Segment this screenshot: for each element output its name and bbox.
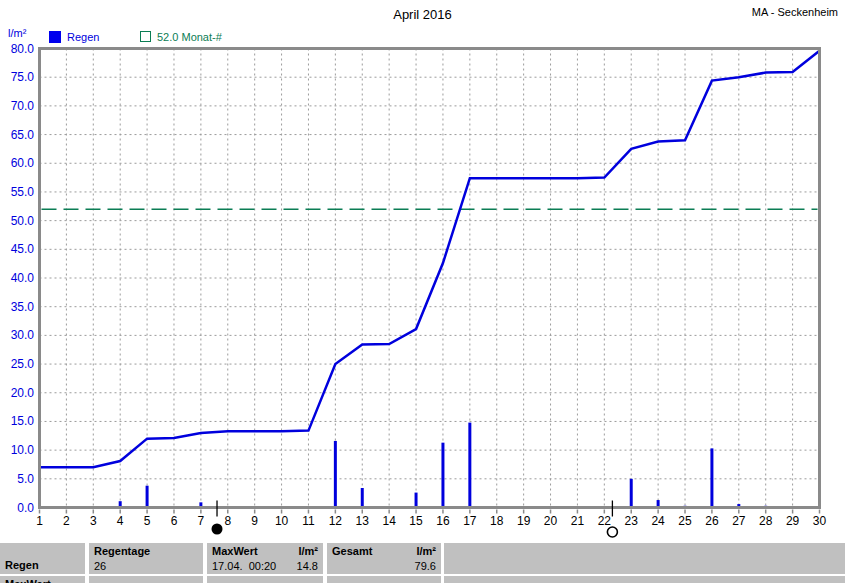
svg-text:27: 27 (732, 514, 746, 528)
regentage-header: Regentage (94, 545, 198, 557)
next-row-cell (207, 576, 323, 583)
maxwert-cell: l/m² MaxWert 14.8 17.04. 00:20 (207, 543, 323, 574)
svg-text:25.0: 25.0 (11, 357, 35, 371)
svg-text:6: 6 (171, 514, 178, 528)
cumulative-rain-line (40, 51, 820, 508)
empty-cell (444, 543, 845, 574)
axis-day-ticks (40, 510, 820, 514)
svg-text:40.0: 40.0 (11, 271, 35, 285)
svg-text:70.0: 70.0 (11, 99, 35, 113)
svg-text:35.0: 35.0 (11, 300, 35, 314)
daily-rain-bars (120, 423, 819, 507)
svg-text:30.0: 30.0 (11, 328, 35, 342)
x-axis-labels: 1234567891011121314151617181920212223242… (36, 514, 826, 528)
next-row-cell (327, 576, 441, 583)
svg-text:20.0: 20.0 (11, 386, 35, 400)
svg-text:13: 13 (356, 514, 370, 528)
y-axis-labels: 0.05.010.015.020.025.030.035.040.045.050… (11, 42, 35, 515)
maxwert-value: 14.8 (297, 560, 318, 572)
gesamt-unit: l/m² (416, 545, 436, 557)
svg-text:22: 22 (598, 514, 612, 528)
full-moon-icon (607, 527, 617, 537)
svg-text:5: 5 (144, 514, 151, 528)
svg-text:21: 21 (571, 514, 585, 528)
svg-text:50.0: 50.0 (11, 214, 35, 228)
svg-text:55.0: 55.0 (11, 185, 35, 199)
regentage-cell: Regentage 26 (89, 543, 203, 574)
svg-text:4: 4 (117, 514, 124, 528)
svg-text:5.0: 5.0 (17, 472, 34, 486)
maxwert-header: MaxWert (212, 545, 258, 557)
svg-text:65.0: 65.0 (11, 128, 35, 142)
svg-text:80.0: 80.0 (11, 42, 35, 56)
next-row-cell (444, 576, 845, 583)
svg-text:18: 18 (490, 514, 504, 528)
sensor-name-cell: Regen (0, 543, 85, 574)
svg-text:19: 19 (517, 514, 531, 528)
svg-text:16: 16 (436, 514, 450, 528)
svg-text:25: 25 (678, 514, 692, 528)
gesamt-cell: l/m² Gesamt 79.6 (327, 543, 441, 574)
svg-text:26: 26 (705, 514, 719, 528)
svg-text:7: 7 (198, 514, 205, 528)
svg-text:23: 23 (625, 514, 639, 528)
regentage-value: 26 (94, 560, 198, 572)
svg-text:10: 10 (275, 514, 289, 528)
next-row-label-cell: MaxWert (0, 576, 85, 583)
svg-text:15.0: 15.0 (11, 414, 35, 428)
svg-text:11: 11 (302, 514, 315, 528)
svg-text:12: 12 (329, 514, 343, 528)
summary-table-next-row: MaxWert (0, 576, 845, 583)
new-moon-icon (212, 524, 223, 535)
svg-text:17: 17 (463, 514, 477, 528)
rain-cumulative-chart: 0.05.010.015.020.025.030.035.040.045.050… (0, 0, 845, 543)
gesamt-value: 79.6 (415, 560, 436, 572)
next-row-label: MaxWert (5, 578, 51, 583)
svg-text:29: 29 (786, 514, 800, 528)
next-row-cell (89, 576, 203, 583)
svg-text:0.0: 0.0 (17, 501, 34, 515)
svg-text:60.0: 60.0 (11, 156, 35, 170)
svg-text:30: 30 (813, 514, 827, 528)
svg-text:1: 1 (36, 514, 43, 528)
svg-text:24: 24 (651, 514, 665, 528)
summary-table: Regen Regentage 26 l/m² MaxWert 14.8 17.… (0, 543, 845, 574)
svg-text:20: 20 (544, 514, 558, 528)
svg-text:9: 9 (251, 514, 258, 528)
maxwert-datetime: 17.04. 00:20 (212, 560, 276, 572)
svg-text:10.0: 10.0 (11, 443, 35, 457)
svg-text:8: 8 (224, 514, 231, 528)
svg-text:3: 3 (90, 514, 97, 528)
svg-text:14: 14 (382, 514, 396, 528)
sensor-name: Regen (5, 559, 39, 571)
svg-text:75.0: 75.0 (11, 70, 35, 84)
svg-text:45.0: 45.0 (11, 242, 35, 256)
svg-text:15: 15 (409, 514, 423, 528)
svg-text:2: 2 (63, 514, 70, 528)
maxwert-unit: l/m² (298, 545, 318, 557)
gesamt-header: Gesamt (332, 545, 372, 557)
svg-text:28: 28 (759, 514, 773, 528)
